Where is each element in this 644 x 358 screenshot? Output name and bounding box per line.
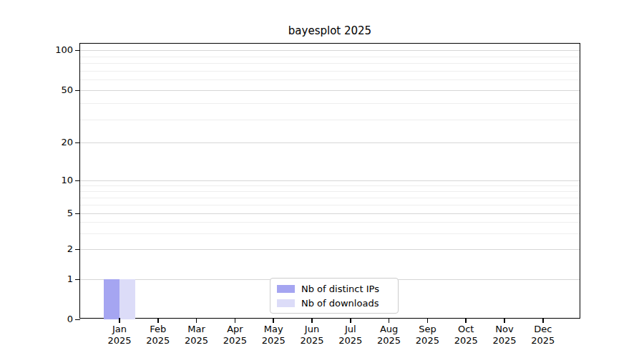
x-tick-aug	[389, 318, 390, 323]
x-tick-jan	[119, 318, 120, 323]
y-tick-label-10: 10	[36, 173, 73, 188]
gridline-minor-90	[80, 57, 580, 57]
y-tick-20	[75, 142, 80, 144]
y-tick-50	[75, 90, 80, 92]
gridline-minor-6	[80, 205, 580, 205]
y-tick-label-50: 50	[36, 83, 73, 97]
x-tick-sep	[427, 318, 429, 323]
gridline-major-5	[80, 213, 580, 214]
y-tick-label-0: 0	[36, 312, 73, 326]
gridline-minor-30	[80, 120, 580, 120]
y-tick-label-5: 5	[36, 206, 73, 221]
y-tick-0	[75, 319, 80, 321]
y-tick-2	[75, 249, 80, 251]
legend: Nb of distinct IPs Nb of downloads	[270, 278, 399, 314]
y-tick-label-100: 100	[36, 43, 73, 57]
gridline-major-50	[80, 90, 580, 91]
y-tick-5	[75, 213, 80, 215]
gridline-minor-40	[80, 103, 580, 104]
gridline-major-10	[80, 180, 580, 181]
x-tick-jul	[350, 318, 351, 323]
x-tick-oct	[465, 318, 467, 323]
y-tick-1	[75, 279, 80, 281]
gridline-minor-9	[80, 185, 580, 186]
bar-jan-downloads	[119, 279, 135, 319]
gridline-minor-70	[80, 71, 580, 72]
y-tick-100	[75, 50, 80, 52]
y-tick-label-1: 1	[36, 272, 73, 286]
x-tick-dec	[542, 318, 544, 323]
gridline-minor-8	[80, 191, 580, 192]
gridline-minor-3	[80, 233, 580, 234]
y-tick-label-2: 2	[36, 242, 73, 256]
x-tick-mar	[196, 318, 197, 323]
gridline-minor-60	[80, 79, 580, 80]
bar-jan-distinct-ips	[104, 279, 119, 319]
legend-row-downloads: Nb of downloads	[270, 296, 398, 310]
x-tick-apr	[235, 318, 236, 323]
x-tick-feb	[157, 318, 159, 323]
gridline-minor-7	[80, 198, 580, 198]
legend-row-distinct-ips: Nb of distinct IPs	[270, 281, 398, 296]
legend-label-downloads: Nb of downloads	[301, 298, 379, 309]
gridline-major-20	[80, 142, 580, 143]
gridline-minor-80	[80, 63, 580, 64]
chart-title: bayesplot 2025	[79, 24, 580, 37]
y-tick-10	[75, 180, 80, 182]
x-tick-jun	[311, 318, 313, 323]
legend-label-distinct-ips: Nb of distinct IPs	[301, 284, 379, 294]
legend-swatch-distinct-ips	[277, 285, 295, 293]
x-tick-nov	[504, 318, 505, 323]
gridline-minor-4	[80, 222, 580, 223]
x-tick-may	[273, 318, 274, 323]
legend-swatch-downloads	[277, 299, 295, 307]
gridline-major-2	[80, 249, 580, 250]
x-tick-label-dec: Dec 2025	[520, 324, 566, 347]
figure: bayesplot 2025 0125102050100Jan 2025Feb …	[0, 0, 644, 358]
y-tick-label-20: 20	[36, 135, 73, 150]
gridline-major-100	[80, 50, 580, 51]
